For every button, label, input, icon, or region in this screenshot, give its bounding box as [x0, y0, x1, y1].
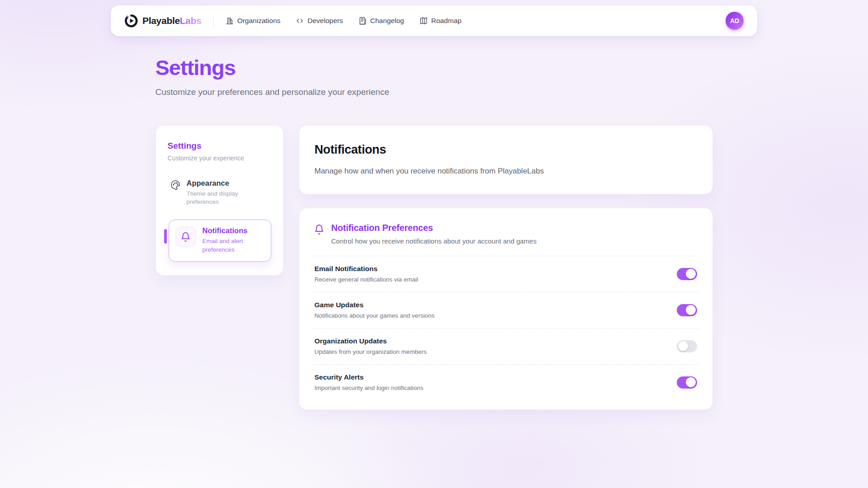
toggle-row-description: Receive general notifications via email	[315, 276, 419, 283]
security-alerts-toggle[interactable]	[677, 376, 697, 389]
nav-item-label: Roadmap	[431, 17, 462, 25]
toggle-row-description: Notifications about your games and versi…	[315, 312, 435, 319]
nav-item-roadmap[interactable]: Roadmap	[420, 17, 462, 25]
organization-updates-toggle[interactable]	[677, 340, 697, 352]
toggle-row-game-updates: Game Updates Notifications about your ga…	[313, 292, 699, 328]
settings-grid: Settings Customize your experience Appea…	[156, 125, 713, 410]
bell-icon-chip	[175, 226, 196, 247]
nav-items: Organizations Developers Changelog Roadm…	[226, 17, 462, 25]
toggle-row-text: Email Notifications Receive general noti…	[315, 265, 419, 283]
sidebar-item-text: Notifications Email and alert preference…	[203, 226, 257, 253]
sidebar-item-appearance[interactable]: Appearance Theme and display preferences	[168, 177, 271, 208]
sidebar-item-text: Appearance Theme and display preferences	[187, 179, 245, 206]
preferences-header: Notification Preferences Control how you…	[313, 222, 699, 256]
brand-first: Playable	[142, 15, 180, 26]
toggle-row-label: Email Notifications	[315, 265, 419, 273]
preferences-header-text: Notification Preferences Control how you…	[331, 223, 537, 245]
changelog-icon	[359, 17, 367, 25]
toggle-knob	[686, 377, 696, 387]
sidebar-item-label: Notifications	[203, 226, 257, 235]
active-item-accent-bar	[164, 229, 167, 244]
preferences-title: Notification Preferences	[331, 223, 537, 233]
nav-divider	[213, 15, 214, 27]
toggle-knob	[686, 269, 696, 279]
palette-icon	[170, 180, 180, 190]
user-avatar[interactable]: AD	[726, 12, 744, 30]
nav-item-changelog[interactable]: Changelog	[359, 17, 404, 25]
preferences-subtitle: Control how you receive notifications ab…	[331, 237, 537, 245]
toggle-row-text: Game Updates Notifications about your ga…	[315, 301, 435, 319]
nav-item-label: Changelog	[370, 17, 404, 25]
nav-item-label: Organizations	[237, 17, 281, 25]
page-content: Settings Customize your preferences and …	[156, 36, 713, 410]
sidebar-item-description: Email and alert preferences	[203, 237, 257, 253]
email-notifications-toggle[interactable]	[677, 268, 697, 280]
sidebar-item-label: Appearance	[187, 179, 245, 188]
toggle-row-organization-updates: Organization Updates Updates from your o…	[313, 328, 699, 364]
settings-sidebar: Settings Customize your experience Appea…	[156, 125, 283, 276]
notification-preferences-card: Notification Preferences Control how you…	[299, 208, 713, 410]
toggle-row-security-alerts: Security Alerts Important security and l…	[313, 365, 699, 400]
toggle-row-label: Organization Updates	[315, 337, 427, 345]
top-nav-bar: PlayableLabs Organizations Developers Ch…	[111, 5, 757, 36]
nav-item-label: Developers	[307, 17, 343, 25]
toggle-row-email-notifications: Email Notifications Receive general noti…	[313, 256, 699, 292]
map-icon	[420, 17, 428, 25]
toggle-row-text: Organization Updates Updates from your o…	[315, 337, 427, 355]
toggle-row-text: Security Alerts Important security and l…	[315, 373, 424, 391]
bell-icon	[180, 232, 191, 242]
nav-item-developers[interactable]: Developers	[296, 17, 343, 25]
section-subtitle: Manage how and when you receive notifica…	[315, 167, 697, 176]
notifications-header-card: Notifications Manage how and when you re…	[299, 125, 713, 194]
toggle-row-label: Security Alerts	[315, 373, 424, 381]
brand-second: Labs	[180, 15, 202, 26]
page-title: Settings	[156, 55, 713, 80]
toggle-row-label: Game Updates	[315, 301, 435, 309]
nav-item-organizations[interactable]: Organizations	[226, 17, 281, 25]
brand-logo[interactable]: PlayableLabs	[124, 14, 202, 28]
bell-icon	[314, 224, 325, 235]
code-icon	[296, 17, 304, 25]
brand-wordmark: PlayableLabs	[142, 15, 202, 26]
game-updates-toggle[interactable]	[677, 304, 697, 316]
toggle-row-description: Important security and login notificatio…	[315, 385, 424, 391]
toggle-knob	[678, 341, 688, 351]
building-icon	[226, 17, 234, 25]
playablelabs-logo-icon	[124, 14, 138, 28]
toggle-row-description: Updates from your organization members	[315, 348, 427, 355]
sidebar-title: Settings	[168, 141, 271, 151]
toggle-knob	[686, 305, 696, 315]
sidebar-item-description: Theme and display preferences	[187, 190, 245, 206]
section-title: Notifications	[315, 143, 697, 157]
settings-main-column: Notifications Manage how and when you re…	[299, 125, 713, 410]
page-subtitle: Customize your preferences and personali…	[156, 87, 713, 97]
sidebar-subtitle: Customize your experience	[168, 155, 271, 162]
sidebar-item-notifications[interactable]: Notifications Email and alert preference…	[169, 220, 271, 261]
